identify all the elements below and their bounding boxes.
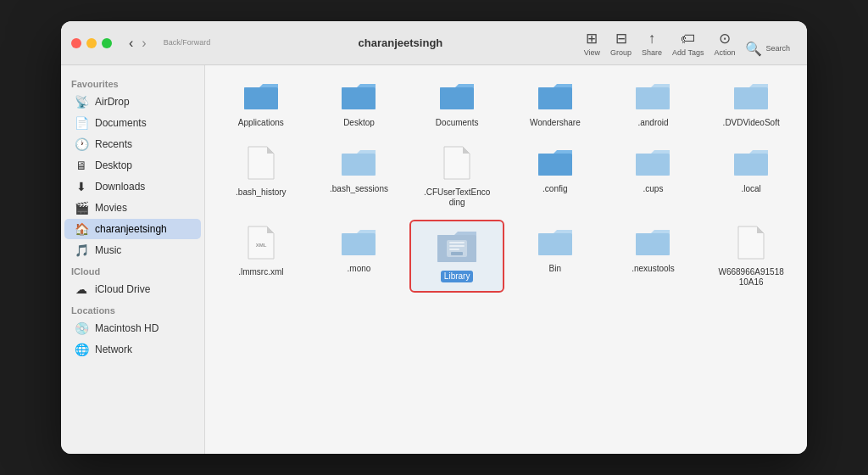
sidebar-item-label: Movies (95, 202, 127, 214)
cups-label: .cups (643, 184, 664, 194)
finder-window: ‹ › Back/Forward charanjeetsingh ⊞ View … (61, 21, 807, 454)
movies-icon: 🎬 (75, 201, 88, 215)
documents-icon: 📄 (75, 116, 88, 130)
sidebar-item-icloud-drive[interactable]: ☁ iCloud Drive (64, 279, 201, 299)
icloud-icon: ☁ (75, 282, 88, 296)
grid-item-bash_sessions[interactable]: .bash_sessions (312, 140, 407, 213)
grid-item-cfusertextencoding[interactable]: .CFUserTextEncoding (409, 140, 504, 213)
add-tags-button[interactable]: 🏷 Add Tags (672, 31, 704, 57)
sidebar-item-movies[interactable]: 🎬 Movies (64, 198, 201, 218)
svg-rect-8 (636, 154, 670, 176)
grid-item-local[interactable]: .local (704, 140, 798, 213)
lmmsrc-icon: XML (247, 225, 275, 264)
sidebar-item-recents[interactable]: 🕐 Recents (64, 134, 201, 154)
dvdvideosoft-icon (732, 79, 770, 115)
recents-icon: 🕐 (75, 137, 88, 151)
local-icon (732, 145, 770, 181)
grid-item-bin[interactable]: Bin (508, 220, 603, 293)
desktop-label: Desktop (343, 118, 375, 128)
maximize-button[interactable] (102, 38, 112, 48)
locations-label: Locations (61, 300, 204, 317)
share-button[interactable]: ↑ Share (642, 31, 662, 57)
sidebar-item-label: charanjeetsingh (95, 223, 167, 235)
svg-rect-19 (636, 233, 670, 255)
items-grid: Applications Desktop Documents Wondersha… (214, 74, 798, 293)
android-label: .android (637, 118, 668, 128)
sidebar-item-airdrop[interactable]: 📡 AirDrop (64, 92, 201, 112)
content-area: Applications Desktop Documents Wondersha… (205, 65, 807, 454)
desktop-icon (340, 79, 377, 115)
sidebar-item-macintosh-hd[interactable]: 💿 Macintosh HD (64, 318, 201, 338)
sidebar-item-label: Macintosh HD (95, 322, 159, 334)
hd-icon: 💿 (75, 321, 88, 335)
cups-icon (634, 145, 671, 181)
applications-icon (242, 79, 280, 115)
group-button[interactable]: ⊟ Group (610, 30, 632, 57)
svg-rect-18 (538, 233, 572, 255)
network-icon: 🌐 (75, 343, 88, 356)
library-icon (436, 225, 478, 267)
dvdvideosoft-label: .DVDVideoSoft (723, 118, 780, 128)
lmmsrc-label: .lmmsrc.xml (238, 267, 283, 277)
sidebar-item-label: Documents (95, 117, 147, 129)
sidebar-item-charanjeetsingh[interactable]: 🏠 charanjeetsingh (64, 219, 201, 239)
svg-rect-9 (734, 154, 768, 176)
music-icon: 🎵 (75, 243, 88, 257)
sidebar-item-label: Desktop (95, 159, 132, 171)
svg-rect-4 (636, 87, 670, 109)
bash_sessions-icon (340, 145, 377, 181)
grid-item-config[interactable]: .config (508, 140, 603, 213)
sidebar-item-music[interactable]: 🎵 Music (64, 240, 201, 260)
view-button[interactable]: ⊞ View (584, 30, 600, 57)
grid-item-applications[interactable]: Applications (214, 74, 309, 133)
minimize-button[interactable] (86, 38, 97, 48)
window-title: charanjeetsingh (224, 36, 576, 49)
grid-item-dvdvideosoft[interactable]: .DVDVideoSoft (704, 74, 798, 133)
svg-rect-15 (449, 245, 465, 247)
svg-rect-11 (342, 233, 376, 255)
grid-item-documents[interactable]: Documents (409, 74, 504, 133)
mono-label: .mono (348, 264, 371, 274)
grid-item-mono[interactable]: .mono (312, 220, 407, 293)
bash_sessions-label: .bash_sessions (330, 184, 388, 194)
sidebar-item-label: Downloads (95, 181, 145, 193)
svg-rect-7 (538, 154, 572, 176)
svg-rect-2 (440, 87, 474, 109)
downloads-icon: ⬇ (75, 180, 88, 193)
grid-item-lmmsrc[interactable]: XML .lmmsrc.xml (214, 220, 309, 293)
grid-item-android[interactable]: .android (606, 74, 701, 133)
traffic-lights (71, 38, 112, 48)
bin-label: Bin (549, 264, 561, 274)
back-button[interactable]: ‹ (125, 34, 136, 53)
config-icon (537, 145, 574, 181)
icloud-label: iCloud (61, 261, 204, 278)
close-button[interactable] (71, 38, 81, 48)
sidebar-item-network[interactable]: 🌐 Network (64, 339, 201, 360)
svg-rect-5 (734, 87, 768, 109)
grid-item-wondershare[interactable]: Wondershare (508, 74, 603, 133)
airdrop-icon: 📡 (75, 95, 88, 109)
w668-label: W668966A91518 10A16 (717, 267, 785, 288)
grid-item-cups[interactable]: .cups (606, 140, 701, 213)
sidebar-item-documents[interactable]: 📄 Documents (64, 113, 201, 133)
sidebar-item-label: iCloud Drive (95, 283, 150, 295)
cfusertextencoding-label: .CFUserTextEncoding (423, 187, 491, 208)
grid-item-library[interactable]: Library (409, 220, 504, 293)
mono-icon (340, 225, 377, 260)
forward-button[interactable]: › (138, 34, 149, 53)
sidebar-item-desktop[interactable]: 🖥 Desktop (64, 155, 201, 176)
action-button[interactable]: ⊙ Action (714, 30, 735, 57)
grid-item-bash_history[interactable]: .bash_history (214, 140, 309, 213)
svg-rect-17 (451, 252, 463, 255)
favourites-label: Favourites (61, 74, 204, 91)
grid-item-desktop[interactable]: Desktop (312, 74, 407, 133)
grid-item-w668[interactable]: W668966A91518 10A16 (704, 220, 798, 293)
local-label: .local (741, 184, 760, 194)
search-button[interactable]: 🔍 Search (745, 41, 790, 57)
sidebar-item-downloads[interactable]: ⬇ Downloads (64, 176, 201, 197)
sidebar-item-label: Recents (95, 138, 132, 150)
sidebar: Favourites 📡 AirDrop 📄 Documents 🕐 Recen… (61, 65, 205, 454)
svg-rect-14 (449, 242, 465, 243)
svg-rect-6 (342, 154, 376, 176)
grid-item-nexustools[interactable]: .nexustools (606, 220, 701, 293)
